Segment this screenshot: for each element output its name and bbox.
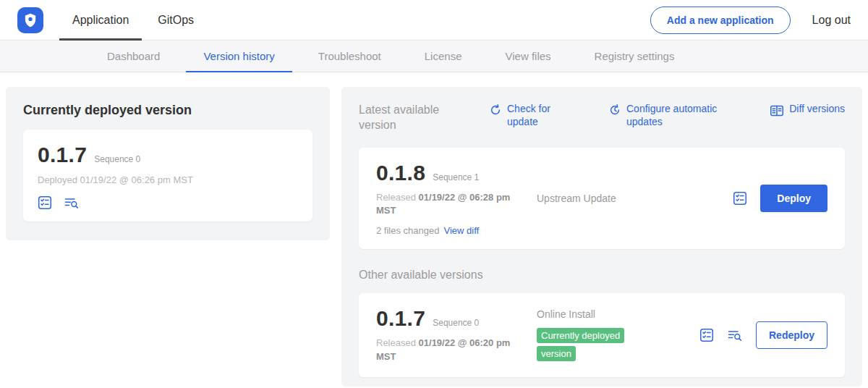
other-version-card: 0.1.7 Sequence 0 Released 01/19/22 @ 06:… [359, 293, 845, 377]
subnav-item-troubleshoot[interactable]: Troubleshoot [297, 41, 403, 72]
subnav-item-dashboard[interactable]: Dashboard [85, 41, 182, 72]
other-available-versions-title: Other available versions [359, 269, 845, 282]
configure-automatic-updates-link[interactable]: Configure automatic updates [608, 103, 726, 128]
subnav-item-view-files[interactable]: View files [483, 41, 572, 72]
logout-link[interactable]: Log out [812, 14, 851, 27]
check-for-update-link[interactable]: Check for update [489, 103, 562, 128]
other-version-actions: Redeploy [699, 321, 827, 349]
subnav: Dashboard Version history Troubleshoot L… [0, 41, 868, 72]
tab-gitops[interactable]: GitOps [145, 0, 207, 40]
currently-deployed-title: Currently deployed version [23, 103, 312, 118]
diff-versions-label: Diff versions [789, 103, 845, 116]
latest-released-timestamp: Released 01/19/22 @ 06:28 pm MST [376, 191, 515, 219]
install-type-label: Online Install [537, 308, 699, 320]
deployed-version-card: 0.1.7 Sequence 0 Deployed 01/19/22 @ 06:… [23, 130, 312, 222]
view-diff-icon[interactable] [727, 328, 743, 342]
version-row: 0.1.7 Sequence 0 [376, 306, 531, 331]
available-versions-panel: Latest available version Check for updat… [341, 87, 862, 387]
files-changed-row: 2 files changedView diff [376, 225, 531, 236]
deployed-timestamp: Deployed 01/19/22 @ 06:26 pm MST [38, 174, 298, 185]
check-for-update-label: Check for update [507, 103, 562, 128]
latest-available-title: Latest available version [359, 103, 469, 133]
preflight-checklist-icon[interactable] [733, 191, 747, 206]
subnav-item-registry-settings[interactable]: Registry settings [573, 41, 697, 72]
view-diff-link[interactable]: View diff [443, 225, 479, 236]
tab-application[interactable]: Application [59, 0, 142, 40]
preflight-checklist-icon[interactable] [38, 195, 52, 210]
clock-refresh-icon [608, 104, 621, 117]
badge-wrap: Currently deployed version [537, 326, 651, 363]
other-released-timestamp: Released 01/19/22 @ 06:20 pm MST [376, 337, 515, 364]
app-logo-icon [17, 7, 43, 33]
available-versions-header: Latest available version Check for updat… [359, 103, 845, 133]
deployed-sequence-label: Sequence 0 [94, 154, 140, 164]
deploy-button[interactable]: Deploy [760, 185, 827, 212]
latest-version-number: 0.1.8 [376, 161, 425, 185]
deployed-card-actions [38, 195, 298, 210]
other-version-number: 0.1.7 [376, 306, 425, 331]
subnav-item-version-history[interactable]: Version history [182, 41, 296, 72]
currently-deployed-panel: Currently deployed version 0.1.7 Sequenc… [6, 87, 330, 240]
version-row: 0.1.7 Sequence 0 [38, 143, 298, 167]
released-label: Released [376, 337, 416, 348]
files-changed-label: 2 files changed [376, 225, 439, 236]
other-sequence-label: Sequence 0 [433, 318, 479, 328]
preflight-checklist-icon[interactable] [699, 328, 714, 342]
deployed-version-number: 0.1.7 [38, 143, 87, 167]
main-content: Currently deployed version 0.1.7 Sequenc… [0, 72, 868, 387]
top-navbar: Application GitOps Add a new application… [0, 0, 868, 41]
topnav-right: Add a new application Log out [650, 7, 851, 34]
latest-sequence-label: Sequence 1 [433, 172, 479, 182]
diff-versions-link[interactable]: Diff versions [770, 103, 845, 118]
redeploy-button[interactable]: Redeploy [756, 321, 827, 349]
view-diff-icon[interactable] [64, 195, 80, 210]
refresh-icon [489, 104, 502, 117]
top-tabs: Application GitOps [59, 0, 207, 40]
version-row: 0.1.8 Sequence 1 [376, 161, 531, 185]
diff-table-icon [770, 104, 784, 118]
released-label: Released [376, 192, 416, 203]
latest-version-actions: Deploy [733, 185, 827, 212]
latest-version-source: Upstream Update [531, 193, 733, 204]
latest-version-info: 0.1.8 Sequence 1 Released 01/19/22 @ 06:… [376, 161, 531, 237]
latest-version-card: 0.1.8 Sequence 1 Released 01/19/22 @ 06:… [359, 148, 845, 250]
configure-automatic-updates-label: Configure automatic updates [626, 103, 726, 128]
other-version-info: 0.1.7 Sequence 0 Released 01/19/22 @ 06:… [376, 306, 531, 364]
currently-deployed-badge: Currently deployed version [537, 328, 624, 361]
other-version-source: Online Install Currently deployed versio… [531, 308, 699, 363]
add-new-application-button[interactable]: Add a new application [650, 7, 791, 34]
subnav-item-license[interactable]: License [403, 41, 484, 72]
